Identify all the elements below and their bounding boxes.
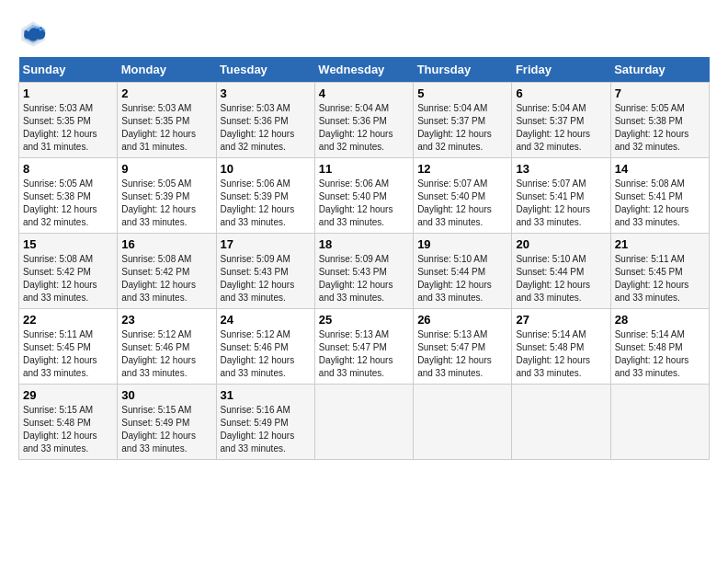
day-number: 10 (221, 162, 311, 176)
day-info: Sunrise: 5:09 AM Sunset: 5:43 PM Dayligh… (221, 253, 311, 304)
calendar-cell: 3Sunrise: 5:03 AM Sunset: 5:36 PM Daylig… (216, 83, 314, 158)
day-info: Sunrise: 5:07 AM Sunset: 5:40 PM Dayligh… (417, 178, 507, 229)
day-number: 1 (23, 86, 113, 100)
calendar-cell: 23Sunrise: 5:12 AM Sunset: 5:46 PM Dayli… (118, 309, 216, 385)
day-number: 8 (23, 162, 113, 176)
day-number: 3 (221, 86, 311, 100)
day-number: 12 (417, 162, 507, 176)
calendar-cell: 9Sunrise: 5:05 AM Sunset: 5:39 PM Daylig… (118, 158, 216, 234)
calendar-table: SundayMondayTuesdayWednesdayThursdayFrid… (18, 57, 710, 460)
day-number: 24 (221, 313, 311, 327)
column-header-wednesday: Wednesday (314, 57, 413, 83)
day-info: Sunrise: 5:15 AM Sunset: 5:48 PM Dayligh… (23, 404, 113, 455)
calendar-cell: 30Sunrise: 5:15 AM Sunset: 5:49 PM Dayli… (118, 385, 216, 460)
day-number: 27 (516, 313, 606, 327)
calendar-cell: 18Sunrise: 5:09 AM Sunset: 5:43 PM Dayli… (314, 234, 413, 309)
day-number: 17 (221, 237, 311, 251)
day-info: Sunrise: 5:06 AM Sunset: 5:40 PM Dayligh… (319, 178, 409, 229)
day-info: Sunrise: 5:08 AM Sunset: 5:41 PM Dayligh… (615, 178, 705, 229)
day-info: Sunrise: 5:04 AM Sunset: 5:37 PM Dayligh… (417, 102, 507, 154)
logo (18, 18, 51, 48)
calendar-cell: 27Sunrise: 5:14 AM Sunset: 5:48 PM Dayli… (512, 309, 610, 385)
calendar-cell: 22Sunrise: 5:11 AM Sunset: 5:45 PM Dayli… (19, 309, 118, 385)
day-info: Sunrise: 5:11 AM Sunset: 5:45 PM Dayligh… (615, 253, 705, 304)
calendar-week-row: 8Sunrise: 5:05 AM Sunset: 5:38 PM Daylig… (19, 158, 710, 234)
day-info: Sunrise: 5:07 AM Sunset: 5:41 PM Dayligh… (516, 178, 606, 229)
calendar-cell: 20Sunrise: 5:10 AM Sunset: 5:44 PM Dayli… (512, 234, 610, 309)
day-number: 21 (615, 237, 705, 251)
calendar-cell: 25Sunrise: 5:13 AM Sunset: 5:47 PM Dayli… (314, 309, 413, 385)
calendar-week-row: 29Sunrise: 5:15 AM Sunset: 5:48 PM Dayli… (19, 385, 710, 460)
calendar-cell: 28Sunrise: 5:14 AM Sunset: 5:48 PM Dayli… (610, 309, 709, 385)
column-header-thursday: Thursday (414, 57, 512, 83)
day-info: Sunrise: 5:14 AM Sunset: 5:48 PM Dayligh… (516, 328, 606, 380)
calendar-cell: 14Sunrise: 5:08 AM Sunset: 5:41 PM Dayli… (610, 158, 709, 234)
day-number: 15 (23, 237, 113, 251)
day-info: Sunrise: 5:03 AM Sunset: 5:35 PM Dayligh… (23, 102, 113, 154)
day-info: Sunrise: 5:16 AM Sunset: 5:49 PM Dayligh… (221, 404, 311, 455)
day-info: Sunrise: 5:12 AM Sunset: 5:46 PM Dayligh… (121, 328, 211, 380)
day-number: 28 (615, 313, 705, 327)
calendar-header-row: SundayMondayTuesdayWednesdayThursdayFrid… (19, 57, 710, 83)
column-header-sunday: Sunday (19, 57, 118, 83)
column-header-saturday: Saturday (610, 57, 709, 83)
column-header-monday: Monday (118, 57, 216, 83)
calendar-cell: 12Sunrise: 5:07 AM Sunset: 5:40 PM Dayli… (414, 158, 512, 234)
day-number: 4 (319, 86, 409, 100)
calendar-cell (512, 385, 610, 460)
day-info: Sunrise: 5:05 AM Sunset: 5:38 PM Dayligh… (23, 178, 113, 229)
calendar-cell: 5Sunrise: 5:04 AM Sunset: 5:37 PM Daylig… (414, 83, 512, 158)
day-info: Sunrise: 5:13 AM Sunset: 5:47 PM Dayligh… (417, 328, 507, 380)
day-number: 13 (516, 162, 606, 176)
day-number: 19 (417, 237, 507, 251)
day-number: 23 (121, 313, 211, 327)
column-header-tuesday: Tuesday (216, 57, 314, 83)
calendar-week-row: 1Sunrise: 5:03 AM Sunset: 5:35 PM Daylig… (19, 83, 710, 158)
day-number: 20 (516, 237, 606, 251)
day-info: Sunrise: 5:12 AM Sunset: 5:46 PM Dayligh… (221, 328, 311, 380)
day-info: Sunrise: 5:13 AM Sunset: 5:47 PM Dayligh… (319, 328, 409, 380)
calendar-cell: 6Sunrise: 5:04 AM Sunset: 5:37 PM Daylig… (512, 83, 610, 158)
day-info: Sunrise: 5:05 AM Sunset: 5:38 PM Dayligh… (615, 102, 705, 154)
day-number: 22 (23, 313, 113, 327)
day-info: Sunrise: 5:14 AM Sunset: 5:48 PM Dayligh… (615, 328, 705, 380)
logo-icon (18, 18, 48, 48)
calendar-cell: 16Sunrise: 5:08 AM Sunset: 5:42 PM Dayli… (118, 234, 216, 309)
calendar-cell: 4Sunrise: 5:04 AM Sunset: 5:36 PM Daylig… (314, 83, 413, 158)
calendar-cell: 29Sunrise: 5:15 AM Sunset: 5:48 PM Dayli… (19, 385, 118, 460)
calendar-cell: 17Sunrise: 5:09 AM Sunset: 5:43 PM Dayli… (216, 234, 314, 309)
day-info: Sunrise: 5:06 AM Sunset: 5:39 PM Dayligh… (221, 178, 311, 229)
calendar-cell: 7Sunrise: 5:05 AM Sunset: 5:38 PM Daylig… (610, 83, 709, 158)
day-number: 5 (417, 86, 507, 100)
day-info: Sunrise: 5:11 AM Sunset: 5:45 PM Dayligh… (23, 328, 113, 380)
column-header-friday: Friday (512, 57, 610, 83)
day-info: Sunrise: 5:08 AM Sunset: 5:42 PM Dayligh… (23, 253, 113, 304)
day-number: 2 (121, 86, 211, 100)
calendar-cell: 1Sunrise: 5:03 AM Sunset: 5:35 PM Daylig… (19, 83, 118, 158)
day-number: 30 (121, 388, 211, 402)
day-info: Sunrise: 5:03 AM Sunset: 5:36 PM Dayligh… (221, 102, 311, 154)
day-number: 9 (121, 162, 211, 176)
day-number: 7 (615, 86, 705, 100)
calendar-cell: 10Sunrise: 5:06 AM Sunset: 5:39 PM Dayli… (216, 158, 314, 234)
calendar-week-row: 22Sunrise: 5:11 AM Sunset: 5:45 PM Dayli… (19, 309, 710, 385)
day-number: 25 (319, 313, 409, 327)
day-info: Sunrise: 5:05 AM Sunset: 5:39 PM Dayligh… (121, 178, 211, 229)
calendar-cell: 2Sunrise: 5:03 AM Sunset: 5:35 PM Daylig… (118, 83, 216, 158)
calendar-week-row: 15Sunrise: 5:08 AM Sunset: 5:42 PM Dayli… (19, 234, 710, 309)
day-number: 6 (516, 86, 606, 100)
day-number: 14 (615, 162, 705, 176)
day-number: 11 (319, 162, 409, 176)
calendar-cell (414, 385, 512, 460)
day-info: Sunrise: 5:08 AM Sunset: 5:42 PM Dayligh… (121, 253, 211, 304)
day-number: 26 (417, 313, 507, 327)
calendar-cell: 11Sunrise: 5:06 AM Sunset: 5:40 PM Dayli… (314, 158, 413, 234)
day-number: 18 (319, 237, 409, 251)
day-number: 31 (221, 388, 311, 402)
day-number: 16 (121, 237, 211, 251)
calendar-cell: 19Sunrise: 5:10 AM Sunset: 5:44 PM Dayli… (414, 234, 512, 309)
day-info: Sunrise: 5:09 AM Sunset: 5:43 PM Dayligh… (319, 253, 409, 304)
calendar-cell: 21Sunrise: 5:11 AM Sunset: 5:45 PM Dayli… (610, 234, 709, 309)
day-info: Sunrise: 5:04 AM Sunset: 5:36 PM Dayligh… (319, 102, 409, 154)
calendar-cell: 15Sunrise: 5:08 AM Sunset: 5:42 PM Dayli… (19, 234, 118, 309)
